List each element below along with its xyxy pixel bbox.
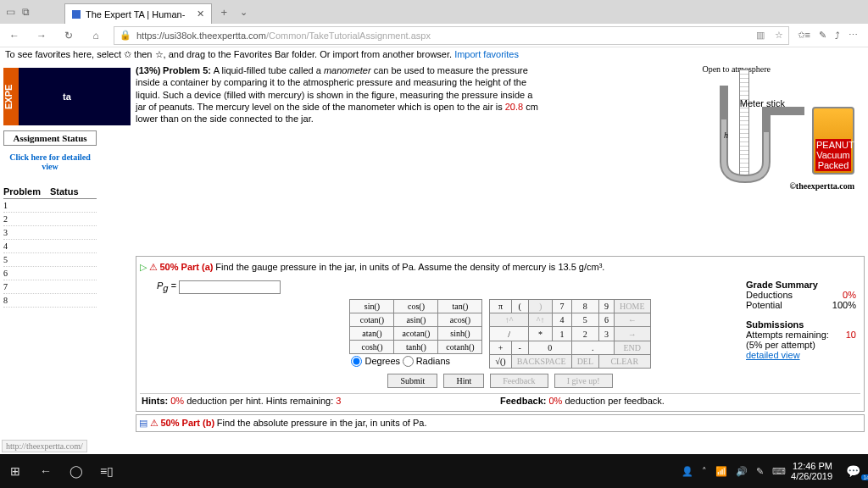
tabs-menu-icon[interactable]: ⌄ (236, 7, 248, 18)
browser-titlebar: ▭ ⧉ The Expert TA | Human- ✕ + ⌄ (0, 0, 868, 24)
tab-title: The Expert TA | Human- (86, 9, 185, 19)
volume-icon[interactable]: 🔊 (736, 466, 748, 477)
giveup-button[interactable]: I give up! (554, 374, 613, 388)
problem-row[interactable]: 5 (3, 253, 97, 267)
key[interactable]: ↑^ (490, 313, 528, 327)
problem-row[interactable]: 2 (3, 213, 97, 226)
answer-input[interactable] (179, 280, 281, 294)
status-link[interactable]: http://theexpertta.com/ (2, 440, 87, 452)
key[interactable]: ( (511, 299, 528, 313)
key[interactable]: cos() (394, 299, 438, 313)
answer-row: Pg = (157, 280, 843, 293)
angle-mode: Degrees Radians (349, 354, 482, 369)
key[interactable]: sin() (350, 299, 394, 313)
hint-button[interactable]: Hint (443, 374, 484, 388)
key[interactable]: ) (528, 299, 552, 313)
new-tab-button[interactable]: + (212, 6, 236, 19)
wifi-icon[interactable]: 📶 (715, 466, 727, 477)
add-favorites-icon[interactable]: ✩≡ (798, 30, 810, 41)
problem-row[interactable]: 8 (3, 294, 97, 308)
key[interactable]: CLEAR (599, 354, 650, 368)
key[interactable]: + (490, 341, 511, 354)
problem-row[interactable]: 4 (3, 240, 97, 253)
logo: EXPE ta (3, 68, 131, 125)
tray-up-icon[interactable]: ˄ (702, 466, 707, 477)
taskbar: ⊞ ← ◯ ≡▯ 👤 ˄ 📶 🔊 ✎ ⌨ 12:46 PM4/26/2019 💬 (0, 454, 868, 488)
key[interactable]: √() (490, 354, 511, 368)
key[interactable]: BACKSPACE (511, 354, 571, 368)
share-icon[interactable]: ⤴ (835, 30, 840, 41)
key[interactable]: sinh() (438, 326, 482, 340)
key[interactable]: . (571, 341, 614, 354)
detailed-view-link[interactable]: Click here for detailed view (3, 152, 97, 171)
reading-view-icon[interactable]: ▥ (756, 30, 765, 41)
taskview-icon[interactable]: ≡▯ (92, 464, 122, 478)
key[interactable]: ^↑ (528, 313, 552, 327)
new-window-icon[interactable]: ⧉ (20, 6, 31, 18)
people-icon[interactable]: 👤 (682, 466, 693, 477)
key[interactable]: 6 (599, 313, 615, 327)
key[interactable]: cotan() (350, 313, 394, 326)
key[interactable]: tanh() (394, 340, 438, 353)
problem-row[interactable]: 1 (3, 199, 97, 213)
key[interactable]: acotan() (394, 326, 438, 340)
import-favorites-link[interactable]: Import favorites (454, 49, 519, 59)
key[interactable]: cotanh() (438, 340, 482, 353)
tab-overview-icon[interactable]: ▭ (5, 6, 15, 18)
key[interactable]: 8 (571, 299, 598, 313)
key[interactable]: π (490, 299, 511, 313)
problem-row[interactable]: 6 (3, 267, 97, 280)
submit-button[interactable]: Submit (387, 374, 437, 388)
key[interactable]: 9 (599, 299, 615, 313)
key[interactable]: END (615, 341, 650, 354)
start-button[interactable]: ⊞ (0, 464, 31, 478)
action-center-icon[interactable]: 💬 (837, 464, 868, 478)
key[interactable]: → (615, 327, 650, 341)
grade-detailed-link[interactable]: detailed view (746, 350, 800, 360)
part-a: ▷ ⚠ 50% Part (a) Find the gauge pressure… (136, 256, 865, 412)
grade-summary: Grade Summary Deductions0% Potential100%… (746, 280, 856, 360)
collapse-icon[interactable]: ▤ (139, 418, 147, 428)
expand-icon[interactable]: ▷ (140, 262, 147, 272)
clock[interactable]: 12:46 PM4/26/2019 (791, 461, 837, 481)
favorite-star-icon[interactable]: ☆ (770, 30, 783, 41)
back-button[interactable]: ← (5, 30, 24, 42)
key[interactable]: HOME (615, 299, 650, 313)
key[interactable]: 5 (571, 313, 598, 327)
pen-icon[interactable]: ✎ (756, 466, 764, 477)
browser-tab[interactable]: The Expert TA | Human- ✕ (64, 3, 212, 24)
radians-radio[interactable]: Radians (403, 356, 450, 366)
key[interactable]: DEL (571, 354, 598, 368)
refresh-button[interactable]: ↻ (59, 30, 78, 42)
back-taskbar-icon[interactable]: ← (31, 464, 61, 478)
key[interactable]: ← (615, 313, 650, 327)
key[interactable]: - (511, 341, 528, 354)
action-buttons: Submit Hint Feedback I give up! (140, 374, 860, 388)
home-button[interactable]: ⌂ (86, 30, 105, 42)
key[interactable]: asin() (394, 313, 438, 326)
key[interactable]: 3 (599, 327, 615, 341)
notes-icon[interactable]: ✎ (819, 30, 826, 41)
address-box[interactable]: 🔒 https://usi38ok.theexpertta.com/Common… (114, 26, 789, 45)
key[interactable]: 4 (553, 313, 571, 327)
cortana-icon[interactable]: ◯ (61, 464, 92, 478)
problem-row[interactable]: 3 (3, 226, 97, 240)
key[interactable]: 1 (553, 327, 571, 341)
key[interactable]: cosh() (350, 340, 394, 353)
key[interactable]: 2 (571, 327, 598, 341)
feedback-button[interactable]: Feedback (490, 374, 548, 388)
more-icon[interactable]: ⋯ (849, 30, 858, 41)
key[interactable]: atan() (350, 326, 394, 340)
key[interactable]: tan() (438, 299, 482, 313)
jar-label: PEANUTSVacuumPacked (815, 139, 851, 171)
problem-row[interactable]: 7 (3, 280, 97, 294)
degrees-radio[interactable]: Degrees (351, 356, 400, 366)
key[interactable]: acos() (438, 313, 482, 326)
key[interactable]: / (490, 327, 528, 341)
tab-close-icon[interactable]: ✕ (190, 8, 204, 19)
key[interactable]: 7 (553, 299, 571, 313)
key[interactable]: * (528, 327, 552, 341)
keyboard-icon[interactable]: ⌨ (772, 466, 786, 477)
key[interactable]: 0 (528, 341, 571, 354)
forward-button[interactable]: → (32, 30, 51, 42)
